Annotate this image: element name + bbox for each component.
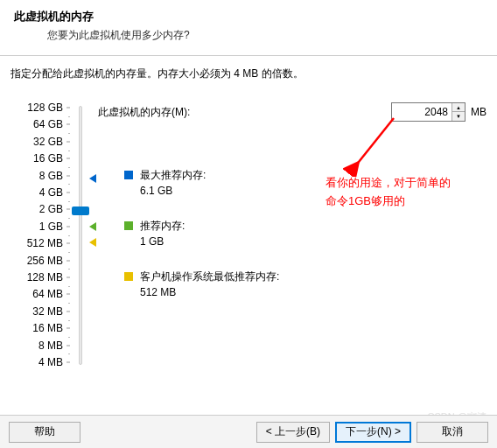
- tick-label: 256 MB: [21, 256, 63, 266]
- tick-mark: [66, 209, 70, 210]
- tick-mark: [66, 226, 70, 227]
- dialog-subtitle: 您要为此虚拟机使用多少内存?: [14, 28, 483, 43]
- min-rec-value: 512 MB: [140, 284, 279, 300]
- square-green-icon: [124, 221, 133, 230]
- square-blue-icon: [124, 171, 133, 179]
- rec-label: 推荐内存:: [140, 218, 185, 234]
- memory-spinner[interactable]: ▲ ▼: [391, 102, 466, 122]
- tick-label: 16 GB: [21, 153, 63, 164]
- tick-label: 2 GB: [21, 204, 63, 214]
- tick-label: 512 MB: [21, 238, 63, 248]
- tick-mark: [66, 243, 70, 244]
- tick-label: 128 MB: [21, 272, 63, 283]
- svg-line-0: [352, 118, 394, 171]
- tick-mark: [66, 294, 70, 295]
- tick-mark: [66, 141, 70, 142]
- tick-mark: [66, 108, 70, 108]
- memory-input[interactable]: [392, 103, 452, 121]
- tick-mark: [66, 345, 70, 346]
- tick-label: 8 GB: [21, 171, 63, 181]
- memory-slider[interactable]: 128 GB64 GB32 GB16 GB8 GB4 GB2 GB1 GB512…: [10, 102, 91, 374]
- divider: [0, 55, 497, 56]
- tick-label: 4 MB: [21, 357, 63, 368]
- max-marker-icon: [89, 174, 96, 183]
- tick-mark: [66, 192, 70, 193]
- max-rec-value: 6.1 GB: [140, 183, 206, 199]
- tick-label: 64 GB: [21, 119, 63, 130]
- tick-mark: [66, 260, 70, 261]
- memory-unit: MB: [471, 106, 486, 118]
- max-rec-label: 最大推荐内存:: [140, 167, 206, 183]
- min-marker-icon: [89, 238, 96, 247]
- tick-label: 8 MB: [21, 340, 63, 351]
- footer: 帮助 < 上一步(B) 下一步(N) > 取消: [0, 415, 497, 448]
- slider-thumb[interactable]: [72, 206, 89, 215]
- spin-down-button[interactable]: ▼: [452, 112, 465, 121]
- tick-label: 128 GB: [21, 102, 63, 113]
- tick-label: 1 GB: [21, 221, 63, 232]
- cancel-button[interactable]: 取消: [416, 422, 488, 443]
- tick-mark: [66, 158, 70, 159]
- rec-value: 1 GB: [140, 234, 185, 249]
- tick-mark: [66, 277, 70, 278]
- tick-mark: [66, 311, 70, 312]
- tick-label: 16 MB: [21, 323, 63, 333]
- help-button[interactable]: 帮助: [9, 422, 80, 443]
- rec-marker-icon: [89, 222, 96, 231]
- next-button[interactable]: 下一步(N) >: [335, 422, 411, 443]
- memory-label: 此虚拟机的内存(M):: [98, 105, 190, 120]
- tick-mark: [66, 175, 70, 176]
- tick-label: 4 GB: [21, 187, 63, 198]
- square-yellow-icon: [124, 272, 133, 281]
- tick-label: 64 MB: [21, 289, 63, 299]
- min-rec-label: 客户机操作系统最低推荐内存:: [140, 269, 279, 284]
- tick-mark: [66, 328, 70, 329]
- slider-track: [79, 106, 82, 365]
- tick-label: 32 MB: [21, 306, 63, 317]
- tick-label: 32 GB: [21, 136, 63, 147]
- tick-mark: [66, 362, 70, 363]
- tick-mark: [66, 124, 70, 125]
- spin-up-button[interactable]: ▲: [452, 103, 465, 112]
- dialog-title: 此虚拟机的内存: [14, 9, 483, 24]
- annotation-text: 看你的用途，对于简单的 命令1GB够用的: [326, 174, 451, 211]
- back-button[interactable]: < 上一步(B): [256, 422, 330, 443]
- instruction-text: 指定分配给此虚拟机的内存量。内存大小必须为 4 MB 的倍数。: [10, 66, 486, 81]
